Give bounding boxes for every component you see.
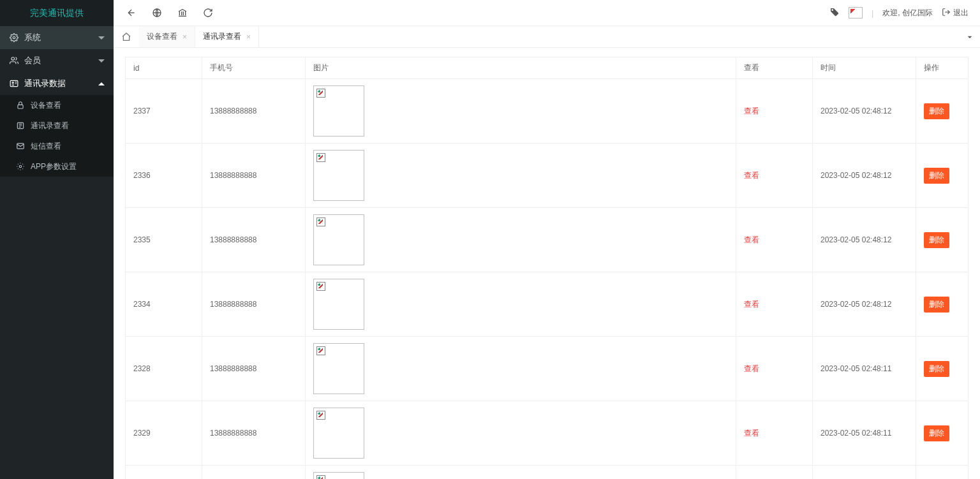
contacts-table: id 手机号 图片 查看 时间 操作 233713888888888查看2023…	[125, 57, 969, 479]
cell-op: 删除	[916, 208, 969, 272]
logout-button[interactable]: 退出	[942, 8, 969, 18]
cell-id: 2328	[126, 337, 202, 401]
svg-point-7	[19, 165, 22, 168]
svg-point-0	[13, 36, 15, 39]
cell-time: 2023-02-05 02:48:12	[813, 272, 916, 337]
id-card-icon	[9, 79, 19, 88]
cell-op: 删除	[916, 144, 969, 208]
topbar-right: | 欢迎, 创亿国际 退出	[829, 7, 975, 19]
cell-phone: 13888888888	[202, 79, 306, 144]
broken-image-icon[interactable]	[313, 85, 364, 136]
delete-button[interactable]: 删除	[924, 425, 949, 441]
cell-time: 2023-02-05 02:48:11	[813, 337, 916, 401]
main-area: | 欢迎, 创亿国际 退出 设备查看 ×	[114, 0, 980, 479]
broken-image-icon[interactable]	[313, 150, 364, 201]
bank-button[interactable]	[170, 0, 195, 26]
svg-rect-4	[18, 105, 23, 108]
col-header-image: 图片	[306, 57, 736, 79]
home-tab[interactable]	[114, 26, 139, 47]
cell-view: 查看	[736, 272, 813, 337]
table-row: 232813888888888查看2023-02-05 02:48:11删除	[126, 337, 969, 401]
delete-button[interactable]: 删除	[924, 103, 949, 119]
refresh-button[interactable]	[195, 0, 221, 26]
cell-op: 删除	[916, 272, 969, 337]
cell-id	[126, 466, 202, 480]
sidebar-item-sms-view[interactable]: 短信查看	[0, 136, 114, 156]
globe-button[interactable]	[144, 0, 170, 26]
broken-image-icon[interactable]	[313, 279, 364, 330]
cell-op: 删除	[916, 79, 969, 144]
cell-image	[306, 401, 736, 466]
broken-image-icon[interactable]	[313, 214, 364, 265]
sidebar-item-member[interactable]: 会员	[0, 49, 114, 72]
view-link[interactable]: 查看	[744, 364, 759, 373]
table-row	[126, 466, 969, 480]
cell-id: 2334	[126, 272, 202, 337]
col-header-time: 时间	[813, 57, 916, 79]
cell-view: 查看	[736, 144, 813, 208]
cell-op	[916, 466, 969, 480]
cell-image	[306, 144, 736, 208]
table-row: 233513888888888查看2023-02-05 02:48:12删除	[126, 208, 969, 272]
users-icon	[9, 56, 19, 65]
tab-contacts-view[interactable]: 通讯录查看 ×	[195, 26, 259, 47]
sidebar-item-label: 会员	[24, 55, 41, 66]
col-header-phone: 手机号	[202, 57, 306, 79]
cell-time: 2023-02-05 02:48:12	[813, 144, 916, 208]
tab-label: 通讯录查看	[203, 31, 241, 42]
table-row: 233613888888888查看2023-02-05 02:48:12删除	[126, 144, 969, 208]
app-root: 完美通讯提供 系统 会员 通讯录数据 设备查看	[0, 0, 980, 479]
close-icon[interactable]: ×	[246, 33, 251, 41]
col-header-id: id	[126, 57, 202, 79]
tabs-row: 设备查看 × 通讯录查看 ×	[114, 26, 980, 48]
broken-image-icon[interactable]	[313, 472, 364, 479]
view-link[interactable]: 查看	[744, 235, 759, 244]
view-link[interactable]: 查看	[744, 107, 759, 115]
delete-button[interactable]: 删除	[924, 297, 949, 313]
cell-view: 查看	[736, 337, 813, 401]
svg-point-3	[12, 82, 13, 84]
cell-phone	[202, 466, 306, 480]
tab-device-view[interactable]: 设备查看 ×	[139, 26, 195, 47]
tabs-menu-button[interactable]	[965, 26, 975, 48]
delete-button[interactable]: 删除	[924, 168, 949, 184]
gear-icon	[9, 33, 19, 42]
sidebar-item-label: APP参数设置	[31, 161, 77, 172]
avatar-icon[interactable]	[849, 7, 863, 18]
view-link[interactable]: 查看	[744, 171, 759, 180]
sidebar-item-app-params[interactable]: APP参数设置	[0, 156, 114, 177]
delete-button[interactable]: 删除	[924, 232, 949, 248]
cell-time	[813, 466, 916, 480]
sidebar-item-device-view[interactable]: 设备查看	[0, 95, 114, 115]
cell-op: 删除	[916, 337, 969, 401]
sidebar-item-system[interactable]: 系统	[0, 26, 114, 49]
list-icon	[15, 121, 26, 130]
cell-phone: 13888888888	[202, 272, 306, 337]
sidebar: 完美通讯提供 系统 会员 通讯录数据 设备查看	[0, 0, 114, 479]
lock-icon	[15, 101, 26, 110]
welcome-text: 欢迎, 创亿国际	[882, 8, 933, 18]
topbar: | 欢迎, 创亿国际 退出	[114, 0, 980, 26]
delete-button[interactable]: 删除	[924, 361, 949, 377]
cell-image	[306, 337, 736, 401]
back-button[interactable]	[119, 0, 144, 26]
table-header-row: id 手机号 图片 查看 时间 操作	[126, 57, 969, 79]
view-link[interactable]: 查看	[744, 429, 759, 438]
svg-point-1	[11, 57, 15, 61]
cell-phone: 13888888888	[202, 401, 306, 466]
cell-view: 查看	[736, 79, 813, 144]
close-icon[interactable]: ×	[182, 33, 187, 41]
cell-time: 2023-02-05 02:48:12	[813, 79, 916, 144]
cell-phone: 13888888888	[202, 337, 306, 401]
broken-image-icon[interactable]	[313, 408, 364, 459]
cell-view: 查看	[736, 401, 813, 466]
tag-icon[interactable]	[829, 7, 840, 19]
view-link[interactable]: 查看	[744, 300, 759, 309]
sidebar-item-label: 短信查看	[31, 141, 61, 152]
sidebar-item-contacts-data[interactable]: 通讯录数据	[0, 72, 114, 95]
sidebar-item-contacts-view[interactable]: 通讯录查看	[0, 115, 114, 136]
cell-phone: 13888888888	[202, 208, 306, 272]
sidebar-item-label: 通讯录查看	[31, 121, 69, 131]
table-row: 233413888888888查看2023-02-05 02:48:12删除	[126, 272, 969, 337]
broken-image-icon[interactable]	[313, 343, 364, 394]
